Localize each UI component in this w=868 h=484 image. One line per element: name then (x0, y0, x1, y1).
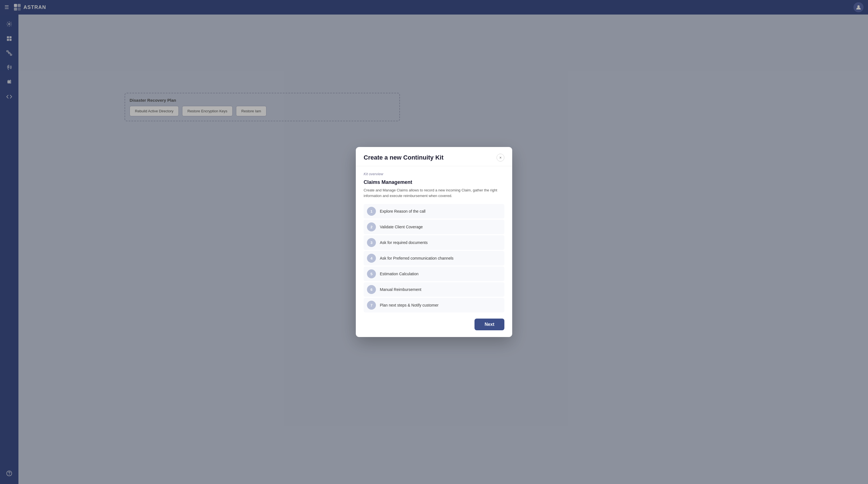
step-label: Explore Reason of the call (380, 209, 407, 213)
step-item-2: 2 Validate Client Coverage (364, 220, 407, 228)
step-number: 2 (367, 222, 376, 228)
modal-header: Create a new Continuity Kit × (356, 147, 407, 166)
modal-create-continuity-kit: Create a new Continuity Kit × Kit overvi… (356, 147, 407, 228)
modal-overlay: Create a new Continuity Kit × Kit overvi… (0, 0, 407, 228)
steps-list: 1 Explore Reason of the call 2 Validate … (364, 204, 407, 228)
kit-description: Create and Manage Claims allows to recor… (364, 187, 407, 199)
modal-body: Kit overview Claims Management Create an… (356, 166, 407, 228)
modal-title: Create a new Continuity Kit (364, 154, 407, 161)
step-item-1: 1 Explore Reason of the call (364, 204, 407, 218)
step-label: Validate Client Coverage (380, 225, 407, 228)
step-number: 1 (367, 207, 376, 216)
kit-name: Claims Management (364, 179, 407, 185)
kit-overview-label: Kit overview (364, 172, 407, 176)
